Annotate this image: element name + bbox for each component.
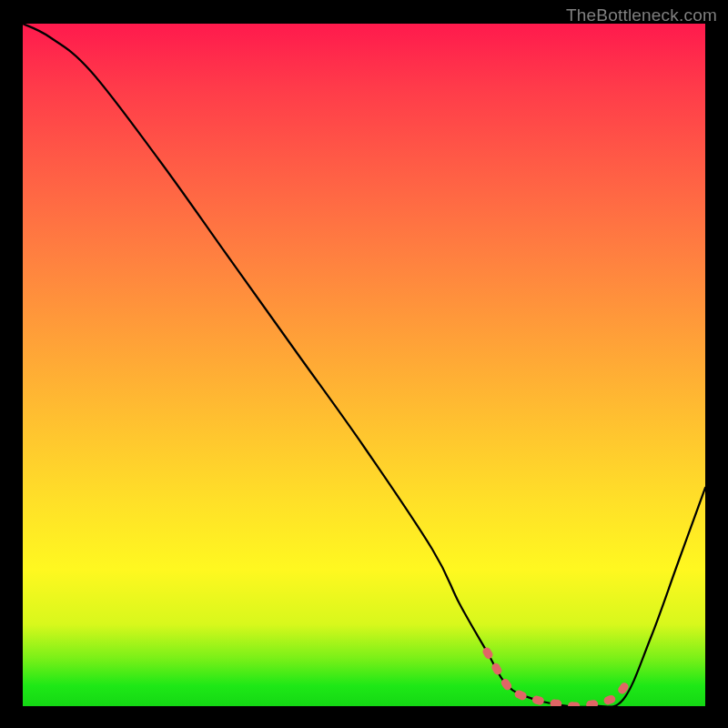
chart-svg bbox=[23, 24, 705, 706]
chart-plot-area bbox=[23, 24, 705, 706]
optimal-zone-path bbox=[487, 652, 631, 706]
bottleneck-curve-path bbox=[23, 24, 705, 706]
watermark-text: TheBottleneck.com bbox=[566, 5, 717, 25]
